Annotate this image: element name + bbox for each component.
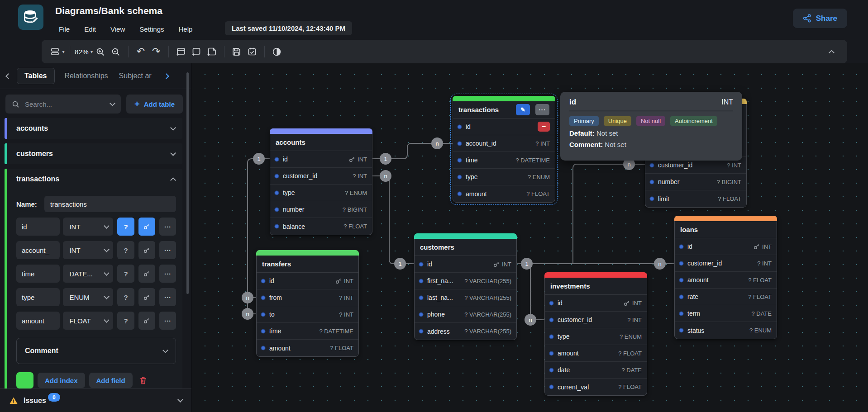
add-field-button[interactable]: Add field (89, 373, 133, 388)
add-area-icon[interactable] (189, 44, 204, 59)
zoom-level-select[interactable]: 82% ▾ (75, 44, 93, 59)
field-name-input[interactable]: type (16, 288, 60, 306)
tab-tables[interactable]: Tables (17, 68, 55, 84)
zoom-out-icon[interactable] (108, 44, 124, 59)
delete-field-button[interactable]: − (538, 122, 550, 132)
primary-key-toggle-button[interactable] (138, 265, 155, 283)
table-field-row[interactable]: amount? FLOAT (675, 272, 777, 289)
field-more-button[interactable]: ··· (159, 312, 176, 330)
primary-key-toggle-button[interactable] (138, 218, 155, 236)
table-field-row[interactable]: time? DATETIME (453, 152, 555, 169)
field-name-input[interactable]: amount (16, 312, 60, 330)
add-table-icon[interactable] (173, 44, 189, 59)
field-type-select[interactable]: FLOAT (63, 312, 113, 330)
field-more-button[interactable]: ··· (159, 265, 176, 283)
sidebar-table-accounts[interactable]: accounts (5, 118, 182, 139)
table-field-row[interactable]: address? VARCHAR(255) (415, 323, 516, 340)
field-type-select[interactable]: DATE... (63, 265, 113, 283)
field-type-select[interactable]: INT (63, 241, 113, 259)
nullable-toggle-button[interactable]: ? (117, 288, 134, 306)
undo-icon[interactable]: ↶ (133, 44, 148, 59)
table-field-row[interactable]: amount? FLOAT (453, 185, 555, 202)
menu-view[interactable]: View (105, 24, 130, 35)
comment-collapse[interactable]: Comment (16, 338, 176, 364)
primary-key-toggle-button[interactable] (138, 288, 155, 306)
table-field-row[interactable]: rate? FLOAT (675, 289, 777, 305)
table-field-row[interactable]: customer_id? INT (675, 255, 777, 272)
drawdb-logo-icon[interactable] (18, 5, 43, 30)
table-field-row[interactable]: customer_id? INT (545, 312, 647, 328)
delete-table-button[interactable] (138, 376, 148, 385)
primary-key-toggle-button[interactable] (138, 312, 155, 330)
tab-subject-areas[interactable]: Subject ar (114, 68, 163, 84)
redo-icon[interactable]: ↷ (148, 44, 164, 59)
share-button[interactable]: Share (793, 9, 847, 28)
table-color-swatch[interactable] (16, 372, 33, 388)
field-name-input[interactable]: id (16, 218, 60, 236)
table-field-row[interactable]: amount? FLOAT (257, 340, 358, 356)
tabs-scroll-left-icon[interactable] (5, 73, 11, 79)
table-field-row[interactable]: current_val? FLOAT (545, 379, 647, 395)
field-name-input[interactable]: account_ (16, 241, 60, 259)
field-more-button[interactable]: ··· (159, 241, 176, 259)
table-field-row[interactable]: idINT (270, 151, 372, 168)
field-name-input[interactable]: time (16, 265, 60, 283)
table-field-row[interactable]: idINT (545, 295, 647, 312)
diagram-table-transfers[interactable]: transfersidINTfrom? INTto? INTtime? DATE… (256, 250, 359, 357)
todo-icon[interactable] (244, 44, 260, 59)
field-more-button[interactable]: ··· (159, 218, 176, 236)
diagram-table-loans[interactable]: loansidINTcustomer_id? INTamount? FLOATr… (674, 216, 777, 339)
nullable-toggle-button[interactable]: ? (117, 265, 134, 283)
table-name-input[interactable]: transactions (44, 196, 176, 212)
table-title[interactable]: transactions✎··· (453, 101, 555, 118)
accordion-header[interactable]: transactions (7, 169, 182, 189)
table-more-button[interactable]: ··· (535, 104, 549, 115)
diagram-table-customers[interactable]: customersidINTfirst_na...? VARCHAR(255)l… (414, 233, 517, 340)
sidebar-table-customers[interactable]: customers (5, 143, 182, 164)
table-title[interactable]: investments (545, 278, 647, 295)
sidebar-table-transactions[interactable]: transactions Name: transactions idINT?··… (5, 169, 182, 396)
table-field-row[interactable]: balance? FLOAT (270, 218, 372, 235)
table-field-row[interactable]: account_id? INT (453, 135, 555, 152)
table-field-row[interactable]: idINT (675, 238, 777, 255)
table-field-row[interactable]: from? INT (257, 289, 358, 306)
field-type-select[interactable]: INT (63, 218, 113, 236)
table-field-row[interactable]: phone? VARCHAR(255) (415, 306, 516, 323)
accordion-header[interactable]: accounts (7, 118, 182, 139)
table-field-row[interactable]: amount? FLOAT (545, 345, 647, 362)
search-options-chevron-icon[interactable] (110, 100, 115, 106)
table-field-row[interactable]: idINT (257, 273, 358, 289)
add-table-button[interactable]: + Add table (126, 95, 183, 114)
table-field-row[interactable]: number? BIGINT (270, 201, 372, 218)
collapse-toolbar-icon[interactable] (824, 44, 839, 59)
sidebar-scrollbar[interactable] (186, 72, 189, 294)
add-index-button[interactable]: Add index (38, 373, 85, 388)
table-field-row[interactable]: time? DATETIME (257, 323, 358, 340)
edit-table-button[interactable]: ✎ (516, 104, 530, 115)
field-more-button[interactable]: ··· (159, 288, 176, 306)
contrast-icon[interactable] (269, 44, 285, 59)
menu-help[interactable]: Help (173, 24, 198, 35)
table-field-row[interactable]: to? INT (257, 306, 358, 323)
diagram-table-transactions[interactable]: transactions✎···id−account_id? INTtime? … (453, 96, 555, 203)
table-field-row[interactable]: type? ENUM (270, 185, 372, 201)
table-title[interactable]: customers (415, 239, 516, 256)
footer-collapse-chevron-icon[interactable] (177, 397, 183, 403)
menu-edit[interactable]: Edit (79, 24, 101, 35)
table-field-row[interactable]: first_na...? VARCHAR(255) (415, 273, 516, 289)
issues-footer[interactable]: Issues 0 (0, 388, 191, 412)
nullable-toggle-button[interactable]: ? (117, 312, 134, 330)
table-field-row[interactable]: idINT (415, 256, 516, 273)
menu-settings[interactable]: Settings (134, 24, 169, 35)
table-field-row[interactable]: limit? FLOAT (645, 190, 746, 207)
field-type-select[interactable]: ENUM (63, 288, 113, 306)
tab-relationships[interactable]: Relationships (59, 68, 114, 84)
nullable-toggle-button[interactable]: ? (117, 241, 134, 259)
nullable-toggle-button[interactable]: ? (117, 218, 134, 236)
menu-file[interactable]: File (53, 24, 75, 35)
zoom-in-icon[interactable] (93, 44, 108, 59)
save-icon[interactable] (229, 44, 244, 59)
accordion-header[interactable]: customers (7, 143, 182, 164)
table-field-row[interactable]: type? ENUM (545, 328, 647, 345)
diagram-table-accounts[interactable]: accountsidINTcustomer_id? INTtype? ENUMn… (270, 128, 372, 235)
